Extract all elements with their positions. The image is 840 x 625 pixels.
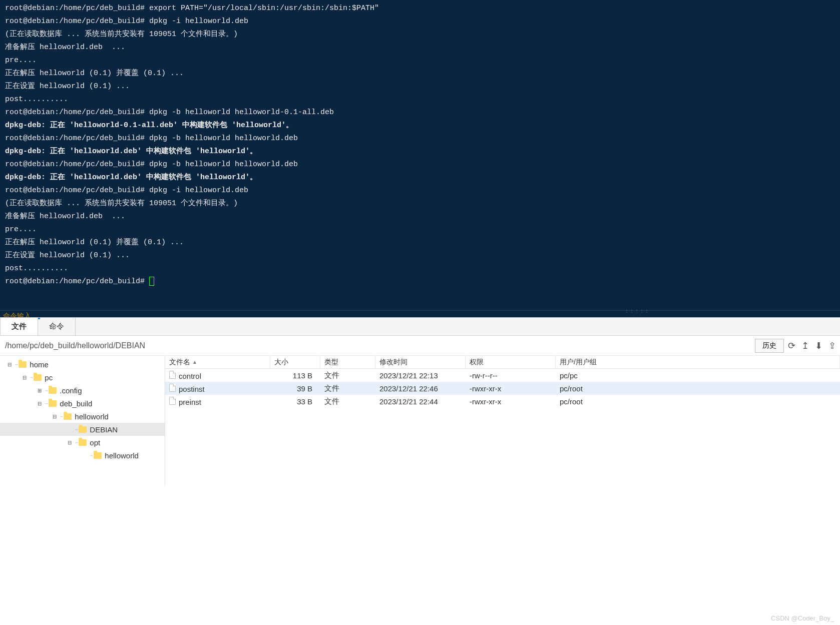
file-size: 39 B	[270, 383, 320, 394]
tab-strip: 文件 命令	[0, 318, 840, 336]
folder-icon	[64, 413, 72, 420]
terminal-line: (正在读取数据库 ... 系统当前共安装有 109051 个文件和目录。)	[5, 28, 835, 41]
tree-item[interactable]: ⊟···home	[0, 358, 165, 371]
file-row[interactable]: control113 B文件2023/12/21 22:13-rw-r--r--…	[165, 369, 840, 382]
tree-item[interactable]: ⊟···opt	[0, 436, 165, 449]
terminal-line: pre....	[5, 54, 835, 67]
folder-icon	[49, 387, 57, 394]
tree-item[interactable]: ⊟···pc	[0, 371, 165, 384]
folder-icon	[79, 426, 87, 433]
tree-item-label: helloworld	[75, 412, 109, 421]
tree-item[interactable]: ⊟···helloworld	[0, 410, 165, 423]
tree-item-label: helloworld	[105, 451, 139, 460]
col-name: 文件名▲	[165, 356, 270, 368]
file-perm: -rwxr-xr-x	[466, 383, 556, 394]
col-perm[interactable]: 权限	[466, 356, 556, 368]
history-button[interactable]: 历史	[755, 339, 784, 353]
terminal-line: 正在解压 helloworld (0.1) 并覆盖 (0.1) ...	[5, 67, 835, 80]
tree-item[interactable]: ⊟···deb_build	[0, 397, 165, 410]
download-icon[interactable]: ⬇	[815, 340, 822, 351]
tab-command[interactable]: 命令	[38, 317, 76, 335]
file-name: control	[179, 372, 201, 380]
folder-icon	[79, 439, 87, 446]
collapse-icon[interactable]: ⊟	[66, 439, 73, 446]
terminal-line: 正在设置 helloworld (0.1) ...	[5, 80, 835, 93]
file-owner: pc/pc	[556, 370, 840, 381]
sort-asc-icon: ▲	[192, 359, 197, 365]
tree-leaf-icon	[81, 452, 88, 459]
refresh-icon[interactable]: ⟳	[788, 340, 795, 351]
collapse-icon[interactable]: ⊟	[36, 400, 43, 407]
file-icon	[169, 397, 176, 405]
file-date: 2023/12/21 22:13	[375, 370, 466, 381]
file-date: 2023/12/21 22:44	[375, 396, 466, 407]
file-icon	[169, 384, 176, 392]
tab-file[interactable]: 文件	[0, 317, 38, 335]
terminal-output[interactable]: root@debian:/home/pc/deb_build# export P…	[0, 0, 840, 310]
tree-item-label: pc	[45, 373, 53, 382]
terminal-line: dpkg-deb: 正在 'helloworld.deb' 中构建软件包 'he…	[5, 171, 835, 184]
pane-divider[interactable]: 命令输入	[0, 310, 840, 317]
file-browser-panel: 文件 命令 /home/pc/deb_build/helloworld/DEBI…	[0, 317, 840, 486]
file-owner: pc/root	[556, 396, 840, 407]
folder-icon	[94, 452, 102, 459]
file-perm: -rw-r--r--	[466, 370, 556, 381]
file-row[interactable]: preinst33 B文件2023/12/21 22:44-rwxr-xr-xp…	[165, 395, 840, 408]
current-path[interactable]: /home/pc/deb_build/helloworld/DEBIAN	[4, 341, 751, 350]
file-perm: -rwxr-xr-x	[466, 396, 556, 407]
folder-icon	[19, 361, 27, 368]
tree-item-label: opt	[90, 438, 100, 447]
terminal-line: post..........	[5, 262, 835, 275]
tree-item-label: home	[30, 360, 49, 369]
directory-tree[interactable]: ⊟···home⊟···pc⊞···.config⊟···deb_build⊟·…	[0, 356, 165, 486]
file-type: 文件	[320, 396, 375, 407]
tree-leaf-icon	[66, 426, 73, 433]
col-date[interactable]: 修改时间	[375, 356, 466, 368]
collapse-icon[interactable]: ⊟	[21, 374, 28, 381]
terminal-line: pre....	[5, 223, 835, 236]
terminal-line: 正在解压 helloworld (0.1) 并覆盖 (0.1) ...	[5, 236, 835, 249]
terminal-cursor	[149, 277, 154, 286]
file-list-header[interactable]: 文件名▲ 大小 类型 修改时间 权限 用户/用户组	[165, 356, 840, 369]
tree-item-label: .config	[60, 386, 82, 395]
folder-icon	[34, 374, 42, 381]
col-type[interactable]: 类型	[320, 356, 375, 368]
expand-icon[interactable]: ⊞	[36, 387, 43, 394]
tree-item-label: DEBIAN	[90, 425, 118, 434]
file-date: 2023/12/21 22:46	[375, 383, 466, 394]
tree-item-label: deb_build	[60, 399, 92, 408]
file-size: 33 B	[270, 396, 320, 407]
file-row[interactable]: postinst39 B文件2023/12/21 22:46-rwxr-xr-x…	[165, 382, 840, 395]
terminal-line: root@debian:/home/pc/deb_build# dpkg -b …	[5, 132, 835, 145]
col-size[interactable]: 大小	[270, 356, 320, 368]
upload-icon[interactable]: ↥	[801, 340, 809, 351]
terminal-line: dpkg-deb: 正在 'helloworld.deb' 中构建软件包 'he…	[5, 145, 835, 158]
terminal-line: root@debian:/home/pc/deb_build# export P…	[5, 2, 835, 15]
terminal-line: root@debian:/home/pc/deb_build# dpkg -b …	[5, 106, 835, 119]
up-dir-icon[interactable]: ⇪	[828, 340, 836, 351]
file-type: 文件	[320, 383, 375, 394]
file-name: preinst	[179, 398, 201, 406]
terminal-line: 准备解压 helloworld.deb ...	[5, 41, 835, 54]
tree-item[interactable]: ···DEBIAN	[0, 423, 165, 436]
file-icon	[169, 371, 176, 379]
file-owner: pc/root	[556, 383, 840, 394]
tree-item[interactable]: ⊞···.config	[0, 384, 165, 397]
terminal-line: (正在读取数据库 ... 系统当前共安装有 109051 个文件和目录。)	[5, 197, 835, 210]
collapse-icon[interactable]: ⊟	[51, 413, 58, 420]
folder-icon	[49, 400, 57, 407]
terminal-line: root@debian:/home/pc/deb_build#	[5, 275, 835, 288]
file-type: 文件	[320, 370, 375, 381]
col-owner[interactable]: 用户/用户组	[556, 356, 840, 368]
file-list[interactable]: 文件名▲ 大小 类型 修改时间 权限 用户/用户组 control113 B文件…	[165, 356, 840, 486]
tree-item[interactable]: ···helloworld	[0, 449, 165, 462]
file-size: 113 B	[270, 370, 320, 381]
terminal-line: 准备解压 helloworld.deb ...	[5, 210, 835, 223]
terminal-line: root@debian:/home/pc/deb_build# dpkg -i …	[5, 15, 835, 28]
file-name: postinst	[179, 385, 205, 393]
terminal-line: post..........	[5, 93, 835, 106]
terminal-line: dpkg-deb: 正在 'helloworld-0.1-all.deb' 中构…	[5, 119, 835, 132]
terminal-line: 正在设置 helloworld (0.1) ...	[5, 249, 835, 262]
collapse-icon[interactable]: ⊟	[6, 361, 13, 368]
path-bar: /home/pc/deb_build/helloworld/DEBIAN 历史 …	[0, 336, 840, 356]
